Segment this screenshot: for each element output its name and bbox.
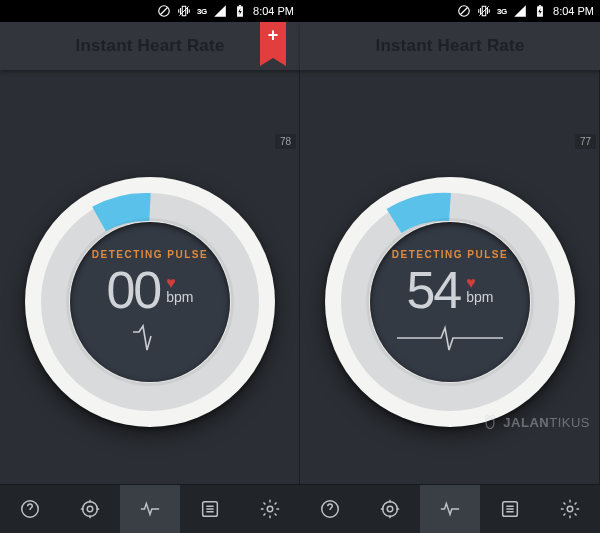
no-icon — [457, 4, 471, 18]
svg-line-1 — [160, 8, 167, 15]
vibrate-icon — [177, 4, 191, 18]
plus-icon: + — [260, 26, 286, 44]
bpm-value: 00 — [106, 264, 160, 316]
status-text: DETECTING PULSE — [92, 249, 208, 260]
nav-list[interactable] — [180, 485, 240, 533]
screen-right: 3G 8:04 PM Instant Heart Rate 77 DETECTI… — [300, 0, 600, 533]
svg-point-22 — [387, 506, 393, 512]
network-type: 3G — [197, 7, 207, 16]
svg-line-12 — [460, 8, 467, 15]
signal-icon — [513, 4, 527, 18]
clock: 8:04 PM — [253, 5, 294, 17]
nav-help[interactable] — [300, 485, 360, 533]
bpm-unit: bpm — [466, 289, 493, 305]
nav-help[interactable] — [0, 485, 60, 533]
svg-point-21 — [383, 502, 398, 517]
app-title: Instant Heart Rate — [75, 36, 224, 56]
signal-icon — [213, 4, 227, 18]
pulse-waveform — [95, 322, 205, 354]
svg-rect-15 — [539, 5, 541, 6]
main-content: 77 DETECTING PULSE 54 ♥ bpm — [300, 70, 600, 484]
svg-rect-4 — [239, 5, 241, 6]
clock: 8:04 PM — [553, 5, 594, 17]
status-text: DETECTING PULSE — [392, 249, 508, 260]
bpm-unit: bpm — [166, 289, 193, 305]
svg-point-10 — [267, 506, 273, 512]
screen-left: 3G 8:04 PM Instant Heart Rate + 78 DETEC… — [0, 0, 300, 533]
bpm-value: 54 — [406, 264, 460, 316]
last-reading-badge: 78 — [275, 134, 296, 149]
nav-pulse[interactable] — [120, 485, 180, 533]
heart-rate-dial: DETECTING PULSE 54 ♥ bpm — [325, 177, 575, 427]
status-bar: 3G 8:04 PM — [0, 0, 300, 22]
title-bar: Instant Heart Rate + — [0, 22, 300, 70]
nav-target[interactable] — [360, 485, 420, 533]
nav-list[interactable] — [480, 485, 540, 533]
nav-settings[interactable] — [540, 485, 600, 533]
nav-pulse[interactable] — [420, 485, 480, 533]
battery-icon — [233, 4, 247, 18]
bottom-nav — [300, 484, 600, 533]
last-reading-badge: 77 — [575, 134, 596, 149]
upgrade-ribbon[interactable]: + — [260, 22, 286, 58]
pulse-waveform — [395, 322, 505, 354]
svg-point-8 — [87, 506, 93, 512]
no-icon — [157, 4, 171, 18]
bottom-nav — [0, 484, 300, 533]
nav-target[interactable] — [60, 485, 120, 533]
app-title: Instant Heart Rate — [375, 36, 524, 56]
status-bar: 3G 8:04 PM — [300, 0, 600, 22]
main-content: 78 DETECTING PULSE 00 ♥ bpm — [0, 70, 300, 484]
title-bar: Instant Heart Rate — [300, 22, 600, 70]
vibrate-icon — [477, 4, 491, 18]
battery-icon — [533, 4, 547, 18]
nav-settings[interactable] — [240, 485, 300, 533]
svg-point-7 — [83, 502, 98, 517]
svg-point-24 — [567, 506, 573, 512]
network-type: 3G — [497, 7, 507, 16]
heart-rate-dial: DETECTING PULSE 00 ♥ bpm — [25, 177, 275, 427]
